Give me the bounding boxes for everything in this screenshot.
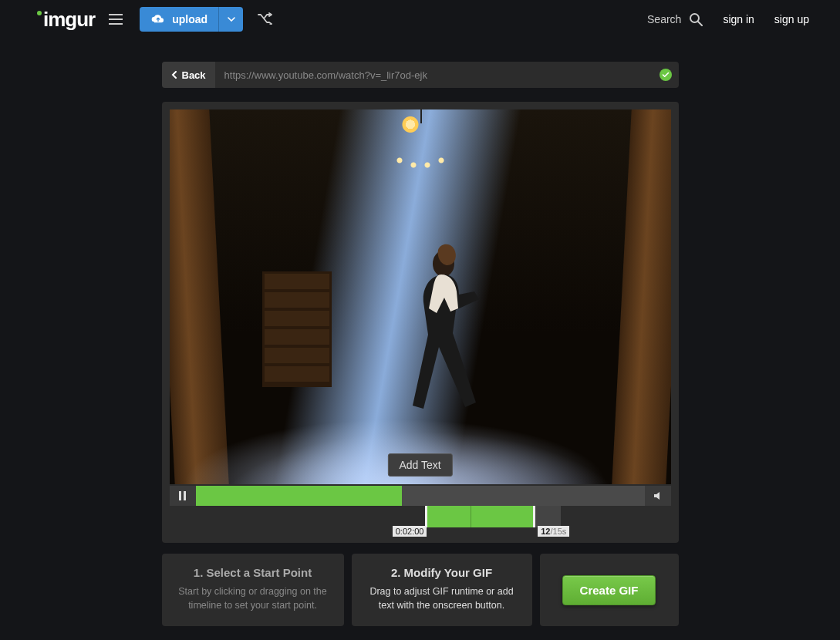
chevron-left-icon — [171, 71, 177, 79]
step2-title: 2. Modify Your GIF — [366, 566, 518, 579]
upload-button[interactable]: upload — [140, 7, 243, 32]
upload-label: upload — [172, 13, 207, 25]
video-editor-card: Add Text 0:02:00 12/15s — [162, 102, 679, 543]
chevron-down-icon — [228, 17, 235, 22]
create-gif-panel: Create GIF — [540, 554, 679, 626]
main-column: Back https://www.youtube.com/watch?v=_li… — [162, 62, 679, 626]
step1-body: Start by clicking or dragging on the tim… — [176, 585, 330, 612]
progress-track[interactable] — [196, 486, 645, 506]
shuffle-icon[interactable] — [257, 12, 272, 27]
back-button[interactable]: Back — [162, 62, 215, 88]
volume-button[interactable] — [645, 486, 671, 506]
url-valid-indicator — [653, 69, 679, 81]
search-label: Search — [647, 13, 681, 25]
search-icon — [689, 12, 703, 26]
gif-range-remainder — [535, 506, 561, 527]
gif-range-handle[interactable] — [425, 506, 535, 527]
playback-bar — [170, 486, 671, 506]
menu-icon[interactable] — [109, 14, 123, 25]
video-preview[interactable]: Add Text — [170, 109, 671, 484]
gif-range-divider — [471, 506, 471, 527]
sign-in-link[interactable]: sign in — [723, 13, 754, 25]
check-icon — [660, 69, 672, 81]
instruction-step-2: 2. Modify Your GIF Drag to adjust GIF ru… — [352, 554, 532, 626]
pause-button[interactable] — [170, 486, 196, 506]
logo-text: imgur — [43, 9, 95, 29]
upload-dropdown-toggle[interactable] — [218, 7, 243, 32]
step1-title: 1. Select a Start Point — [176, 566, 330, 579]
scene-bookshelf — [262, 271, 332, 387]
create-gif-button[interactable]: Create GIF — [562, 575, 656, 605]
cloud-upload-icon — [150, 14, 166, 25]
back-label: Back — [182, 69, 206, 81]
range-length-label: 12/15s — [538, 526, 569, 537]
add-text-button[interactable]: Add Text — [387, 453, 452, 477]
volume-icon — [653, 490, 663, 501]
gif-range-selector[interactable]: 0:02:00 12/15s — [170, 506, 671, 535]
search-button[interactable]: Search — [647, 12, 703, 26]
pause-icon — [179, 491, 186, 500]
sign-up-link[interactable]: sign up — [774, 13, 809, 25]
logo-dot-icon — [37, 11, 42, 15]
scene-chandelier — [386, 123, 455, 170]
video-scene-backdrop — [170, 109, 671, 484]
logo[interactable]: imgur — [37, 9, 95, 29]
upload-button-main[interactable]: upload — [140, 13, 218, 25]
progress-fill — [196, 486, 403, 506]
source-url-bar: Back https://www.youtube.com/watch?v=_li… — [162, 62, 679, 88]
instructions-row: 1. Select a Start Point Start by clickin… — [162, 554, 679, 626]
top-nav: imgur upload Search sign in sign up — [0, 0, 840, 39]
instruction-step-1: 1. Select a Start Point Start by clickin… — [162, 554, 344, 626]
source-url-text[interactable]: https://www.youtube.com/watch?v=_lir7od-… — [215, 69, 653, 81]
scene-dancer — [401, 237, 494, 453]
range-start-time-label: 0:02:00 — [393, 526, 427, 537]
step2-body: Drag to adjust GIF runtime or add text w… — [366, 585, 518, 612]
